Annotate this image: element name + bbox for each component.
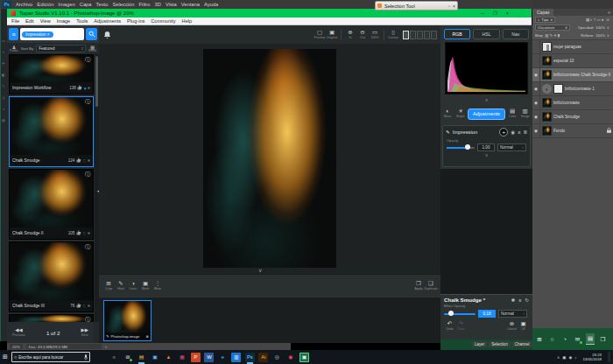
- visibility-eye-icon[interactable]: ◉: [532, 124, 540, 137]
- tab-channel[interactable]: Channel: [512, 341, 532, 347]
- preset-card[interactable]: ⓘImpression Workflow138♥≡: [9, 54, 94, 94]
- mic-icon[interactable]: [84, 354, 88, 360]
- visibility-eye-icon[interactable]: ◉: [532, 96, 540, 109]
- status-expand-icon[interactable]: >: [105, 345, 108, 349]
- impression-opacity-value[interactable]: 1.00: [477, 144, 495, 151]
- topaz-menu-view[interactable]: View: [40, 18, 51, 24]
- layer-name[interactable]: Fondo: [553, 129, 605, 133]
- minimize-icon[interactable]: ─: [481, 10, 484, 16]
- zoom-out-button[interactable]: ⊖Out: [356, 30, 369, 40]
- next-page-button[interactable]: ▶▶ Next: [81, 327, 88, 338]
- view-single[interactable]: [403, 31, 409, 39]
- close-icon[interactable]: ×: [506, 10, 509, 16]
- topaz-menu-edit[interactable]: Edit: [25, 18, 34, 24]
- canvas-button[interactable]: ▯Canvas: [387, 30, 399, 40]
- tab-nav[interactable]: Nav: [503, 29, 529, 39]
- taskbar-clock[interactable]: 23:2313/05/2018: [582, 353, 602, 361]
- filmstrip-thumbnail[interactable]: ✎ Photoshop-image ⊗: [103, 300, 151, 341]
- tray-icon-3[interactable]: ♪: [574, 355, 576, 360]
- visibility-eye-icon[interactable]: ◉: [532, 110, 540, 123]
- topaz-menu-plug-ins[interactable]: Plug-ins: [127, 18, 144, 24]
- mini-circle-b-icon[interactable]: ◔: [560, 333, 569, 345]
- topaz-menu-file[interactable]: File: [11, 18, 19, 24]
- thumbnail-size-toggle[interactable]: ▦Small: [88, 46, 96, 52]
- info-icon[interactable]: ⓘ: [85, 244, 90, 249]
- ps-menu-ayuda[interactable]: Ayuda: [204, 2, 218, 7]
- sort-select[interactable]: Featured ↕: [36, 45, 86, 52]
- taskbar-app-cortana[interactable]: ○: [109, 353, 119, 362]
- ps-menu-capa[interactable]: Capa: [80, 2, 92, 7]
- preset-menu-icon[interactable]: ≡: [88, 86, 90, 90]
- ps-menu-3d[interactable]: 3D: [154, 2, 160, 7]
- close-icon[interactable]: ×: [453, 4, 455, 9]
- tab-selection[interactable]: Selection: [489, 341, 511, 347]
- taskbar-app-photoshop[interactable]: Ps: [245, 353, 255, 362]
- crop-button[interactable]: ⊞Crop: [102, 281, 115, 291]
- filter-kind-icons[interactable]: ▦◐T▭●: [586, 18, 604, 22]
- image-canvas[interactable]: ∨: [99, 44, 440, 274]
- thumbs-up-icon[interactable]: [76, 303, 81, 309]
- visibility-eye-icon[interactable]: ◉: [511, 130, 515, 135]
- taskbar-app-explorer[interactable]: ▤: [137, 353, 146, 362]
- visibility-eye-icon[interactable]: ◉: [532, 82, 540, 95]
- favorite-heart-icon[interactable]: ♡: [82, 231, 86, 236]
- taskbar-app-powerpoint[interactable]: P: [191, 353, 201, 362]
- favorite-heart-icon[interactable]: ♡: [82, 304, 86, 309]
- mini-circle-a-icon[interactable]: ○: [548, 333, 557, 345]
- layer-row[interactable]: ◉brillo/contraste: [532, 96, 613, 110]
- topaz-menu-help[interactable]: Help: [182, 18, 193, 24]
- topaz-menu-tools[interactable]: Tools: [76, 18, 88, 24]
- effect-menu-icon[interactable]: ≡: [518, 298, 521, 303]
- view-split-d[interactable]: [431, 31, 437, 39]
- original-button[interactable]: ▣Original: [326, 30, 338, 40]
- taskbar-app-chrome[interactable]: ◉: [285, 353, 295, 362]
- view-split-b[interactable]: [417, 31, 423, 39]
- preset-card[interactable]: ⓘChalk Smudge III76♡≡: [9, 242, 94, 312]
- mask-button[interactable]: ▣Mask: [139, 281, 151, 291]
- info-icon[interactable]: ⓘ: [85, 99, 90, 104]
- favorite-heart-icon[interactable]: ♥: [84, 86, 87, 91]
- panel-menu-icon[interactable]: ≡: [608, 10, 613, 15]
- ps-menu-ventana[interactable]: Ventana: [181, 2, 200, 7]
- search-button[interactable]: [86, 28, 97, 40]
- ps-menu-filtro[interactable]: Filtro: [139, 2, 151, 7]
- collapse-down-icon[interactable]: ∨: [258, 267, 262, 273]
- taskbar-search-input[interactable]: [18, 355, 82, 360]
- collapse-down-icon[interactable]: ∨: [443, 152, 530, 158]
- image-button[interactable]: ▥Image: [519, 108, 531, 119]
- thumbs-up-icon[interactable]: [76, 158, 81, 164]
- visibility-eye-icon[interactable]: [532, 40, 540, 53]
- basic-button[interactable]: ◐Basic: [442, 108, 454, 119]
- fill-value[interactable]: 100%: [595, 33, 604, 38]
- tab-capas[interactable]: Capas: [532, 9, 553, 16]
- mini-window-icon[interactable]: ❐: [599, 333, 608, 345]
- ps-menu-vista[interactable]: Vista: [166, 2, 177, 7]
- remove-icon[interactable]: ⊗: [145, 334, 149, 339]
- topaz-menu-adjustments[interactable]: Adjustments: [94, 18, 121, 24]
- ps-menu-selección[interactable]: Selección: [112, 2, 134, 7]
- layer-name[interactable]: mujer paraguas: [553, 45, 611, 49]
- effect-opacity-value[interactable]: 0.18: [478, 310, 496, 318]
- layer-row[interactable]: ◉Chalk Smudge: [532, 110, 613, 124]
- duplicate-button[interactable]: ❏Duplicate: [425, 281, 437, 291]
- mini-folder-icon[interactable]: ▤: [586, 333, 595, 345]
- effect-opacity-slider[interactable]: [444, 313, 476, 315]
- ps-menu-texto[interactable]: Texto: [96, 2, 109, 7]
- start-button[interactable]: ⊞: [3, 354, 8, 360]
- heal-button[interactable]: ✎Heal: [115, 281, 127, 291]
- selection-tool-window[interactable]: Selection Tool ▫ ×: [375, 1, 458, 10]
- preview-button[interactable]: ▢Preview: [314, 30, 326, 40]
- tray-icon-1[interactable]: ▣: [562, 355, 566, 360]
- zoom-100-button[interactable]: ▭100%: [369, 30, 381, 40]
- thumbs-up-icon[interactable]: [76, 230, 81, 236]
- layer-name[interactable]: brillo/contraste Chalk Smudge II: [553, 73, 611, 77]
- info-icon[interactable]: ⓘ: [85, 57, 90, 62]
- preset-menu-icon[interactable]: ≡: [88, 304, 90, 308]
- taskbar-app-topaz[interactable]: ▣: [299, 353, 309, 362]
- taskbar-app-app-pink[interactable]: ▦: [177, 353, 187, 362]
- preset-search-input[interactable]: Impression ×: [20, 28, 84, 40]
- taskbar-app-app-blue[interactable]: ▥: [231, 353, 241, 362]
- layer-name[interactable]: brillo/contraste 1: [565, 87, 611, 91]
- options-icon[interactable]: ▫: [448, 4, 450, 9]
- impression-blend-select[interactable]: Normal↕: [497, 144, 526, 151]
